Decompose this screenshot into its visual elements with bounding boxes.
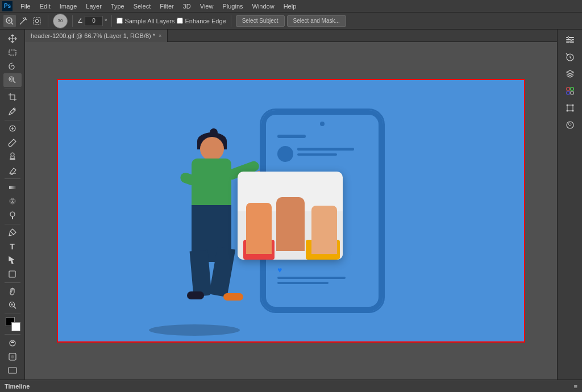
menu-plugins[interactable]: Plugins xyxy=(218,2,247,11)
path-select-tool[interactable] xyxy=(3,253,22,266)
blur-tool[interactable] xyxy=(3,195,22,208)
svg-point-1 xyxy=(23,20,24,21)
phone-sub-line xyxy=(297,153,337,156)
rect-select-tool[interactable] xyxy=(3,45,22,59)
tool-sep-3 xyxy=(5,178,20,179)
magic-wand-btn[interactable] xyxy=(17,15,30,27)
phone-card-image xyxy=(238,172,343,260)
timeline-menu-icon[interactable]: ≡ xyxy=(574,383,577,390)
dodge-tool[interactable] xyxy=(3,208,22,222)
background-color[interactable] xyxy=(11,322,20,331)
layers-btn[interactable] xyxy=(561,66,579,82)
angle-control: ∠ ° xyxy=(77,16,107,26)
left-toolbar: T xyxy=(0,30,25,380)
eraser-tool[interactable] xyxy=(3,164,22,177)
select-subject-btn[interactable]: Select Subject xyxy=(236,15,285,27)
menu-layer[interactable]: Layer xyxy=(81,2,106,11)
hand-left xyxy=(246,203,272,254)
woman-head xyxy=(200,137,224,161)
woman-shoe-right xyxy=(223,293,243,301)
menu-filter[interactable]: Filter xyxy=(155,2,178,11)
tool-sep-7 xyxy=(5,334,20,335)
phone-avatar xyxy=(277,146,293,162)
svg-point-25 xyxy=(567,37,569,39)
phone-card xyxy=(238,172,343,260)
properties-btn[interactable] xyxy=(561,32,579,48)
svg-point-20 xyxy=(11,355,14,358)
canvas-workspace[interactable]: ♥ xyxy=(25,42,557,380)
sample-all-layers-label[interactable]: Sample All Layers xyxy=(117,18,174,24)
brush-tool[interactable] xyxy=(3,136,22,149)
pen-tool[interactable] xyxy=(3,226,22,239)
menu-3d[interactable]: 3D xyxy=(178,2,196,11)
woman-shadow xyxy=(149,324,240,336)
svg-point-5 xyxy=(9,77,14,81)
channels-btn[interactable] xyxy=(561,83,579,99)
menu-select[interactable]: Select xyxy=(129,2,156,11)
crop-tool[interactable] xyxy=(3,91,22,104)
separator-3 xyxy=(111,15,112,27)
sample-all-layers-checkbox[interactable] xyxy=(117,18,123,24)
object-select-btn[interactable] xyxy=(31,15,43,27)
eyedropper-tool[interactable] xyxy=(3,105,22,118)
text-tool[interactable]: T xyxy=(3,240,22,253)
menu-file[interactable]: File xyxy=(16,2,35,11)
menu-edit[interactable]: Edit xyxy=(35,2,55,11)
document-tab[interactable]: header-1200.gif @ 66.7% (Layer 1, RGB/8)… xyxy=(25,30,168,42)
app-logo: Ps xyxy=(2,1,13,11)
svg-rect-32 xyxy=(571,91,573,94)
text-tool-icon: T xyxy=(10,242,15,251)
brush-size-label: 30 xyxy=(58,18,63,23)
lasso-tool[interactable] xyxy=(3,60,22,73)
spot-heal-tool[interactable] xyxy=(3,122,22,135)
menu-image[interactable]: Image xyxy=(55,2,82,11)
stamp-tool[interactable] xyxy=(3,149,22,162)
brush-size-btn[interactable]: 30 xyxy=(53,14,68,28)
phone-illustration: ♥ xyxy=(260,109,385,313)
zoom-tool[interactable] xyxy=(3,299,22,312)
menu-view[interactable]: View xyxy=(196,2,218,11)
svg-point-9 xyxy=(11,153,14,156)
svg-point-36 xyxy=(566,110,568,112)
hand-right xyxy=(311,206,337,254)
quick-select-tool-btn[interactable] xyxy=(3,15,16,27)
svg-rect-21 xyxy=(9,368,16,373)
select-and-mask-btn[interactable]: Select and Mask... xyxy=(287,15,346,27)
timeline-header: Timeline ≡ xyxy=(0,380,582,392)
separator-2 xyxy=(72,15,73,27)
options-bar: 30 ∠ ° Sample All Layers Enhance Edge Se… xyxy=(0,12,582,30)
canvas-frame: ♥ xyxy=(58,80,524,341)
transform-btn[interactable] xyxy=(561,100,579,116)
hand-tool[interactable] xyxy=(3,285,22,298)
screen-mode-btn[interactable] xyxy=(3,364,22,377)
woman-leg-left xyxy=(190,250,212,297)
menu-help[interactable]: Help xyxy=(279,2,301,11)
svg-rect-4 xyxy=(9,50,16,55)
tab-filename: header-1200.gif @ 66.7% (Layer 1, RGB/8)… xyxy=(31,32,155,39)
effects-btn[interactable] xyxy=(561,117,579,133)
enhance-edge-label[interactable]: Enhance Edge xyxy=(177,18,226,24)
phone-content-line1 xyxy=(277,277,346,279)
menu-type[interactable]: Type xyxy=(106,2,129,11)
sample-all-layers-text: Sample All Layers xyxy=(124,18,174,24)
tool-sep-1 xyxy=(5,89,20,89)
move-tool[interactable] xyxy=(3,32,22,45)
hand-center xyxy=(276,197,305,251)
enhance-edge-checkbox[interactable] xyxy=(177,18,183,24)
mask-btn[interactable] xyxy=(3,336,22,349)
separator-1 xyxy=(48,15,48,27)
tool-sep-6 xyxy=(5,314,20,314)
quick-mask-btn[interactable] xyxy=(3,350,22,363)
tab-close-btn[interactable]: × xyxy=(159,33,161,39)
history-btn[interactable] xyxy=(561,49,579,65)
color-swatches[interactable] xyxy=(3,316,22,332)
canvas-area: header-1200.gif @ 66.7% (Layer 1, RGB/8)… xyxy=(25,30,557,380)
menu-window[interactable]: Window xyxy=(248,2,279,11)
shape-tool[interactable] xyxy=(3,268,22,281)
angle-input[interactable] xyxy=(85,16,103,26)
phone-camera xyxy=(320,122,325,126)
quick-select-tool[interactable] xyxy=(3,73,22,86)
tool-sep-4 xyxy=(5,224,20,224)
gradient-tool[interactable] xyxy=(3,181,22,194)
tool-sep-2 xyxy=(5,120,20,120)
